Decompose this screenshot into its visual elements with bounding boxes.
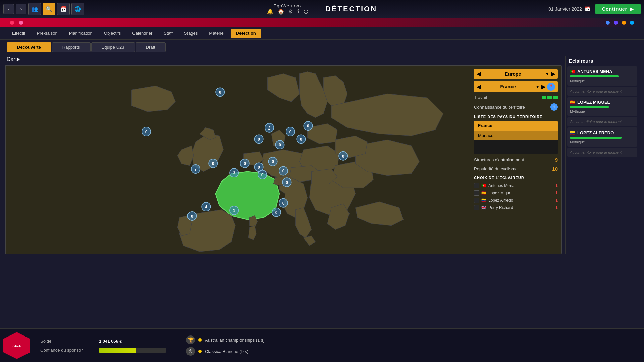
event-2-icon: ⏱ [186,347,195,356]
app-title: EgoWernoxx [274,3,302,8]
scouts-panel-title: Eclaireurs [566,56,639,65]
scout-flag-3: 🇨🇴 [481,198,486,203]
solde-row: Solde 1 041 666 € [40,339,166,344]
territory-monaco[interactable]: Monaco [474,131,558,140]
country-prev-btn[interactable]: ◀ [477,84,481,90]
tab-objectifs[interactable]: Objectifs [99,29,126,38]
event-1: 🏆 Australian championships (1 s) [186,335,265,344]
calendar-icon-right[interactable]: 📅 [585,6,590,12]
region-selector[interactable]: ◀ Europe ▼ ▶ [474,69,558,79]
scout-choice-3: 🇨🇴 Lopez Alfredo 1 [474,197,558,204]
svg-text:0: 0 [275,210,278,215]
event-2: ⏱ Classica Bianche (9 s) [186,347,265,356]
sponsor-row: Confiance du sponsor [40,348,166,353]
scout-item-3[interactable]: 🇨🇴 LOPEZ ALFREDO Mythique [567,127,637,147]
scout-checkbox-2[interactable] [474,190,479,196]
detection-icon[interactable]: 🔍 [43,3,55,15]
bell-icon[interactable]: 🔔 [267,8,274,15]
deco-bar [0,18,644,27]
deco-dot-2 [19,21,23,25]
training-structures-value: 9 [555,157,558,163]
nav-controls: ‹ › 👥 🔍 📅 🌐 [3,3,84,15]
tab-effectif[interactable]: Effectif [7,29,31,38]
svg-text:0: 0 [286,180,288,185]
territory-knowledge-row: Connaissance du territoire ℹ [474,103,558,111]
continue-button[interactable]: Continuer ▶ [595,4,641,14]
country-next-btn[interactable]: ▶ [541,84,545,90]
scouts-panel: Eclaireurs 🇵🇹 ANTUNES MENA Mythique Aucu… [565,56,639,254]
region-expand-icon[interactable]: ▼ [545,71,549,76]
territory-france[interactable]: France [474,121,558,131]
scout-3-level: Mythique [570,140,635,144]
home-icon[interactable]: 🏠 [278,8,284,15]
svg-text:3: 3 [233,171,235,175]
scout-1-flag: 🇵🇹 [570,69,575,74]
events-section: 🏆 Australian championships (1 s) ⏱ Class… [186,335,265,356]
bottom-bar: AECS Solde 1 041 666 € Confiance du spon… [0,328,644,362]
country-selector[interactable]: ◀ France ▼ ▶ 📍 [474,81,558,92]
svg-text:0: 0 [258,137,260,142]
settings-icon[interactable]: ⚙ [288,8,293,15]
tab-preseason[interactable]: Pré-saison [32,29,63,38]
power-icon[interactable]: ⏻ [303,9,309,15]
cycling-popularity-value: 10 [552,166,558,172]
back-button[interactable]: ‹ [3,4,14,14]
info-icon[interactable]: ℹ [297,8,299,15]
scouts-choice-title: CHOIX DE L'ÉCLAIREUR [474,176,558,180]
scout-name-2: Lopez Miguel [488,191,512,195]
svg-text:0: 0 [219,90,221,95]
svg-text:0: 0 [300,137,302,142]
deco-dot-4 [614,21,618,25]
cycling-popularity-row: Popularité du cyclisme 10 [474,165,558,172]
globe-icon[interactable]: 🌐 [71,3,84,15]
scout-checkbox-4[interactable] [474,205,479,210]
scout-3-name-row: 🇨🇴 LOPEZ ALFREDO [570,130,635,135]
svg-text:0: 0 [261,173,264,177]
country-name: France [482,84,534,89]
tab-materiel[interactable]: Matériel [204,29,230,38]
scout-checkbox-3[interactable] [474,198,479,203]
scout-name-3: Lopez Alfredo [488,198,513,203]
roster-icon[interactable]: 👥 [28,3,41,15]
cycling-popularity-label: Popularité du cyclisme [474,166,518,171]
scout-name-1: Antunes Mena [488,183,514,188]
event-1-dot [198,338,202,342]
region-next-btn[interactable]: ▶ [551,71,555,77]
tab-staff[interactable]: Staff [158,29,178,38]
scout-item-1[interactable]: 🇵🇹 ANTUNES MENA Mythique [567,66,637,86]
scout-1-name: ANTUNES MENA [577,69,612,74]
tab-calendrier[interactable]: Calendrier [127,29,158,38]
map-section-title: Carte [5,56,562,62]
scout-name-4: Perry Richard [488,205,513,210]
subtab-rapports[interactable]: Rapports [52,42,91,52]
scout-checkbox-1[interactable] [474,183,479,188]
arrow-right-icon: ▶ [630,6,634,12]
region-prev-btn[interactable]: ◀ [477,71,481,77]
scout-2-territory: Aucun territoire pour le moment [567,117,637,126]
subtab-draft[interactable]: Draft [136,42,166,52]
subtab-decouverte[interactable]: Découverte [7,42,51,52]
forward-button[interactable]: › [16,4,26,14]
subtab-u23[interactable]: Équipe U23 [91,42,135,52]
map-pin-icon[interactable]: 📍 [547,83,555,91]
scout-item-2[interactable]: 🇪🇸 LOPEZ MIGUEL Mythique [567,97,637,116]
finance-info: Solde 1 041 666 € Confiance du sponsor [34,335,173,356]
tab-detection[interactable]: Détection [231,29,261,38]
scout-count-1: 1 [555,183,558,188]
tab-planification[interactable]: Planification [64,29,98,38]
scout-count-4: 1 [555,205,558,210]
svg-text:0: 0 [145,130,148,134]
deco-dot-3 [606,21,610,25]
work-badges [542,96,558,99]
training-structures-row: Structures d'entraînement 9 [474,156,558,163]
country-expand-icon[interactable]: ▼ [535,84,540,89]
page-title: DÉTECTION [325,5,377,13]
svg-text:0: 0 [244,161,246,166]
svg-text:0: 0 [282,169,285,173]
solde-label: Solde [40,339,94,344]
calendar-icon[interactable]: 📅 [57,3,70,15]
svg-text:0: 0 [342,154,344,159]
scouts-choice-list: 🇵🇹 Antunes Mena 1 🇪🇸 Lopez Miguel 1 🇨🇴 L [474,182,558,211]
territory-list: France Monaco [474,121,558,154]
tab-stages[interactable]: Stages [179,29,203,38]
